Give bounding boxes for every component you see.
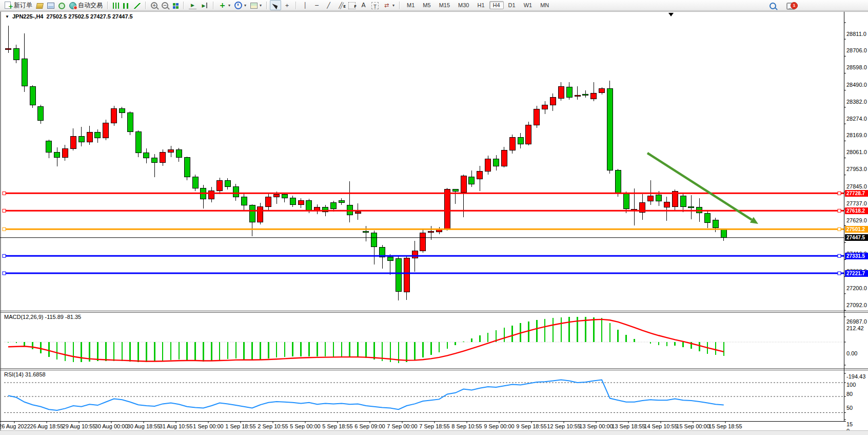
rsi-indicator-label: RSI(14) 31.6858 (4, 371, 46, 377)
arrows-icon (383, 2, 390, 9)
toolbar-group-timeframes: M1M5M15M30H1H4D1W1MN (403, 0, 553, 10)
toolbar-group-zoom (149, 0, 181, 10)
market-watch-icon (47, 3, 54, 9)
toolbar-button-line-chart[interactable] (132, 0, 143, 10)
zoom-in-icon (151, 2, 157, 9)
chart-canvas[interactable] (0, 11, 868, 435)
toolbar-button-market-watch[interactable] (45, 0, 56, 10)
toolbar-right-icons: 1 (767, 1, 797, 11)
toolbar-group-scroll (187, 0, 210, 10)
bar-chart-icon (113, 3, 119, 9)
toolbar-group-draw: ▾ (299, 0, 397, 10)
trendline-icon (325, 2, 332, 9)
equidistant-channel-icon (337, 2, 344, 9)
macd-indicator-label: MACD(12,26,9) -115.89 -81.35 (4, 314, 81, 320)
toolbar-button-label: 自动交易 (78, 1, 103, 10)
toolbar-group-chart-types (111, 0, 143, 10)
notifications-button[interactable]: 1 (784, 1, 797, 11)
toolbar-button-zoom-out[interactable] (160, 0, 170, 10)
signal-icon (58, 3, 65, 9)
timeframe-MN[interactable]: MN (537, 1, 553, 9)
timeframe-D1[interactable]: D1 (505, 1, 519, 9)
chart-menu-arrow-icon[interactable]: ▼ (5, 14, 9, 19)
toolbar-button-horizontal-line[interactable] (311, 0, 323, 10)
toolbar-separator (107, 2, 108, 9)
text-label-icon (371, 2, 379, 9)
toolbar-separator (213, 2, 214, 9)
dropdown-arrow-icon[interactable]: ▾ (228, 3, 230, 8)
toolbar-button-trendline[interactable] (323, 0, 334, 10)
crosshair-icon (283, 2, 291, 9)
toolbar-button-new-order[interactable]: 新订单 (2, 0, 34, 10)
toolbar-button-tile-windows[interactable] (170, 0, 181, 10)
toolbar-button-candle-chart[interactable] (121, 0, 132, 10)
zoom-out-icon (162, 2, 168, 9)
charts-gold-icon (36, 3, 44, 9)
chart-window[interactable]: 28811.028706.028598.028490.028382.028274… (0, 11, 868, 435)
toolbar-separator (145, 2, 146, 9)
text-icon (360, 2, 367, 9)
candles (6, 26, 727, 300)
vertical-line-icon (301, 2, 309, 9)
fibonacci-icon (348, 2, 356, 9)
timeframe-M1[interactable]: M1 (403, 1, 418, 9)
chat-icon: 1 (786, 3, 795, 10)
periods-icon (234, 2, 242, 9)
toolbar-button-label: 新订单 (14, 1, 32, 10)
timeframe-W1[interactable]: W1 (520, 1, 536, 9)
toolbar-button-autotrading[interactable]: 自动交易 (67, 0, 105, 10)
toolbar-button-fibonacci[interactable] (346, 0, 358, 10)
search-button[interactable] (767, 1, 778, 11)
toolbar-button-vertical-line[interactable] (299, 0, 311, 10)
horizontal-line-icon (313, 2, 321, 9)
toolbar-button-crosshair[interactable] (281, 0, 293, 10)
toolbar-button-indicators[interactable]: ▾ (216, 0, 232, 10)
chart-symbol-period: JPN225-,H4 (12, 13, 44, 20)
chart-title: ▼ JPN225-,H4 27502.5 27502.5 27427.5 274… (5, 13, 133, 20)
toolbar: 新订单自动交易▾▾▾▾M1M5M15M30H1H4D1W1MN1 (0, 0, 868, 11)
chart-shift-marker[interactable] (668, 13, 674, 16)
tile-windows-icon (172, 3, 179, 9)
toolbar-button-charts-gold[interactable] (34, 0, 45, 10)
notification-badge: 1 (791, 2, 798, 9)
timeframe-M30[interactable]: M30 (455, 1, 472, 9)
templates-icon (250, 3, 258, 9)
toolbar-separator (266, 2, 267, 9)
toolbar-button-zoom-in[interactable] (149, 0, 160, 10)
mt4-terminal: 新订单自动交易▾▾▾▾M1M5M15M30H1H4D1W1MN1 28811.0… (0, 0, 868, 435)
toolbar-button-text-label[interactable] (369, 0, 381, 10)
line-chart-icon (134, 3, 141, 9)
auto-scroll-icon (189, 1, 196, 9)
toolbar-group-pointer (270, 0, 293, 10)
timeframe-H1[interactable]: H1 (474, 1, 488, 9)
toolbar-button-signal[interactable] (56, 0, 67, 10)
new-order-icon (5, 2, 11, 9)
toolbar-button-cursor[interactable] (270, 0, 281, 10)
rsi-line (8, 380, 724, 410)
toolbar-button-equidistant-channel[interactable] (334, 0, 346, 10)
cursor-icon (272, 2, 279, 9)
toolbar-separator (183, 2, 184, 9)
timeframe-M15[interactable]: M15 (436, 1, 453, 9)
toolbar-button-text[interactable] (358, 0, 369, 10)
toolbar-button-templates[interactable]: ▾ (248, 0, 264, 10)
dropdown-arrow-icon[interactable]: ▾ (260, 3, 262, 8)
toolbar-separator (399, 2, 400, 9)
timeframe-M5[interactable]: M5 (419, 1, 434, 9)
search-icon (770, 3, 776, 9)
window-bottom-edge (0, 430, 868, 435)
indicators-icon (219, 2, 226, 9)
toolbar-button-chart-shift[interactable] (199, 0, 210, 10)
toolbar-button-bar-chart[interactable] (111, 0, 121, 10)
dropdown-arrow-icon[interactable]: ▾ (392, 3, 394, 8)
toolbar-button-periods[interactable]: ▾ (232, 0, 248, 10)
toolbar-separator (295, 2, 297, 9)
toolbar-button-auto-scroll[interactable] (187, 0, 199, 10)
toolbar-group-dropdowns: ▾▾▾ (216, 0, 264, 10)
chart-shift-icon (201, 2, 208, 9)
toolbar-button-arrows[interactable]: ▾ (381, 0, 397, 10)
chart-ohlc-values: 27502.5 27502.5 27427.5 27447.5 (46, 13, 132, 20)
toolbar-group-orders: 新订单自动交易 (2, 0, 105, 10)
dropdown-arrow-icon[interactable]: ▾ (244, 3, 246, 8)
timeframe-H4[interactable]: H4 (489, 1, 504, 9)
